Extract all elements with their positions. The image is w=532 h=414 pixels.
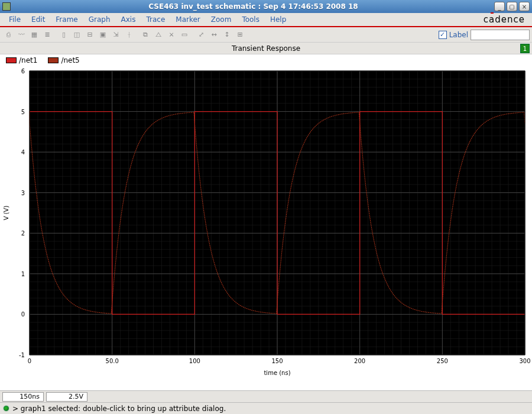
- maximize-button[interactable]: ▢: [507, 2, 517, 11]
- legend: /net1 /net5: [0, 54, 532, 66]
- legend-item-net1[interactable]: /net1: [6, 56, 37, 64]
- save-icon[interactable]: ▣: [97, 29, 109, 41]
- menubar: File Edit Frame Graph Axis Trace Marker …: [0, 13, 532, 27]
- plot-index-badge[interactable]: 1: [520, 44, 530, 53]
- menu-trace[interactable]: Trace: [141, 14, 170, 25]
- readout-y: 2.5V: [46, 392, 87, 402]
- svg-text:-1: -1: [19, 352, 25, 358]
- svg-text:time (ns): time (ns): [264, 370, 290, 376]
- menu-marker[interactable]: Marker: [170, 14, 205, 25]
- svg-text:50.0: 50.0: [106, 358, 119, 364]
- legend-item-net5[interactable]: /net5: [48, 56, 79, 64]
- fit-icon[interactable]: ⤢: [195, 29, 207, 41]
- label-input[interactable]: [471, 30, 530, 40]
- legend-label-net1: /net1: [19, 56, 37, 64]
- status-bar: > graph1 selected: double-click to bring…: [0, 402, 532, 414]
- curve-icon[interactable]: 〰: [15, 29, 27, 41]
- menu-frame[interactable]: Frame: [50, 14, 83, 25]
- svg-text:V (V): V (V): [3, 206, 9, 221]
- status-text: > graph1 selected: double-click to bring…: [12, 405, 226, 413]
- svg-text:2: 2: [21, 230, 25, 237]
- svg-text:200: 200: [354, 358, 365, 364]
- svg-text:300: 300: [519, 358, 530, 364]
- menu-edit[interactable]: Edit: [26, 14, 50, 25]
- svg-text:0: 0: [28, 358, 31, 364]
- legend-label-net5: /net5: [61, 56, 79, 64]
- menu-graph[interactable]: Graph: [83, 14, 116, 25]
- svg-text:4: 4: [21, 149, 25, 156]
- readout-x: 150ns: [2, 392, 44, 402]
- plot-area[interactable]: 050.0100150200250300-10123456time (ns)V …: [0, 66, 532, 390]
- window-titlebar: CSE463 inv_test schematic : Sep 4 17:46:…: [0, 0, 532, 13]
- svg-text:6: 6: [21, 68, 25, 75]
- minimize-button[interactable]: _: [494, 2, 505, 11]
- app-icon: [2, 2, 11, 11]
- plot-title-bar: Transient Response 1: [0, 43, 532, 54]
- svg-text:1: 1: [21, 271, 25, 277]
- list-icon[interactable]: ≣: [41, 29, 53, 41]
- svg-text:150: 150: [271, 358, 283, 364]
- menu-zoom[interactable]: Zoom: [206, 14, 237, 25]
- grid-icon[interactable]: ▦: [28, 29, 40, 41]
- cursor-icon[interactable]: ⧉: [140, 29, 151, 41]
- toolbar: ⎙ 〰 ▦ ≣ ▯ ◫ ⊟ ▣ ⇲ ⟊ ⧉ ⧍ ⨯ ▭ ⤢ ↔ ↕ ⊞ ✓ La…: [0, 27, 532, 43]
- status-indicator-icon: [4, 406, 9, 411]
- legend-swatch-net1: [6, 57, 17, 63]
- delta-icon[interactable]: ⧍: [153, 29, 164, 41]
- legend-swatch-net5: [48, 57, 59, 63]
- clear-icon[interactable]: ▭: [179, 29, 190, 41]
- zoom-full-icon[interactable]: ⊞: [234, 29, 246, 41]
- svg-text:100: 100: [189, 358, 200, 364]
- plot-title: Transient Response: [232, 44, 300, 53]
- cursor-readout: 150ns 2.5V: [0, 390, 532, 402]
- close-button[interactable]: ×: [519, 2, 530, 11]
- split-h-icon[interactable]: ◫: [71, 29, 83, 41]
- print-icon[interactable]: ⎙: [2, 29, 14, 41]
- export-icon[interactable]: ⇲: [110, 29, 122, 41]
- window-title: CSE463 inv_test schematic : Sep 4 17:46:…: [14, 2, 492, 11]
- svg-text:0: 0: [21, 311, 25, 318]
- label-checkbox[interactable]: ✓: [439, 31, 447, 39]
- brand-logo: cadence: [484, 14, 528, 25]
- menu-axis[interactable]: Axis: [116, 14, 141, 25]
- layout-icon[interactable]: ▯: [58, 29, 70, 41]
- measure-icon[interactable]: ⟊: [123, 29, 135, 41]
- menu-tools[interactable]: Tools: [236, 14, 265, 25]
- menu-file[interactable]: File: [4, 14, 26, 25]
- svg-text:3: 3: [21, 190, 25, 196]
- hide-icon[interactable]: ⨯: [166, 29, 177, 41]
- split-v-icon[interactable]: ⊟: [84, 29, 96, 41]
- chart-canvas[interactable]: 050.0100150200250300-10123456time (ns)V …: [0, 66, 532, 379]
- zoom-x-icon[interactable]: ↔: [208, 29, 220, 41]
- svg-text:250: 250: [437, 358, 448, 364]
- svg-text:5: 5: [21, 109, 25, 115]
- zoom-y-icon[interactable]: ↕: [221, 29, 233, 41]
- menu-help[interactable]: Help: [265, 14, 291, 25]
- label-field-label: Label: [449, 31, 468, 39]
